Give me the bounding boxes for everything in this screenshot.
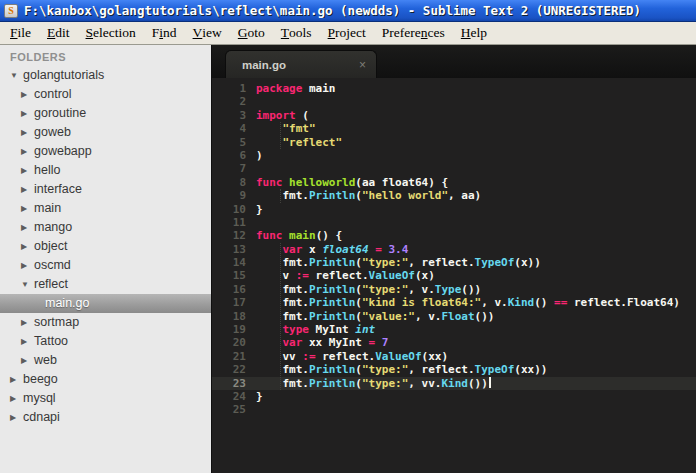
tree-item-oscmd[interactable]: ▶oscmd	[0, 256, 211, 275]
tree-item-main[interactable]: ▶main	[0, 199, 211, 218]
line-number: 2	[212, 95, 248, 108]
tree-item-golangtutorials[interactable]: ▼golangtutorials	[0, 66, 211, 85]
menu-item-edit[interactable]: Edit	[39, 22, 78, 44]
code-line[interactable]: 23 fmt.Println("type:", vv.Kind())	[212, 377, 696, 390]
menu-item-goto[interactable]: Goto	[230, 22, 273, 44]
triangle-right-icon[interactable]: ▶	[21, 142, 34, 161]
triangle-right-icon[interactable]: ▶	[21, 199, 34, 218]
code-line-text	[256, 162, 696, 175]
code-line[interactable]: 16 fmt.Println("type:", v.Type())	[212, 283, 696, 296]
triangle-right-icon[interactable]: ▶	[21, 256, 34, 275]
tree-item-mango[interactable]: ▶mango	[0, 218, 211, 237]
triangle-right-icon[interactable]: ▶	[21, 351, 34, 370]
code-line[interactable]: 24}	[212, 390, 696, 403]
menu-item-find[interactable]: Find	[144, 22, 185, 44]
tree-item-label: mango	[34, 218, 72, 237]
tree-item-main-go[interactable]: main.go	[0, 294, 211, 313]
code-line[interactable]: 11	[212, 216, 696, 229]
tree-item-tattoo[interactable]: ▶Tattoo	[0, 332, 211, 351]
menu-item-tools[interactable]: Tools	[273, 22, 320, 44]
code-line[interactable]: 2	[212, 95, 696, 108]
code-line[interactable]: 20 var xx MyInt = 7	[212, 336, 696, 349]
code-line[interactable]: 6)	[212, 149, 696, 162]
code-line[interactable]: 22 fmt.Println("type:", reflect.TypeOf(x…	[212, 363, 696, 376]
sidebar-header: FOLDERS	[0, 45, 211, 66]
code-line-text: }	[256, 390, 696, 403]
tree-item-goroutine[interactable]: ▶goroutine	[0, 104, 211, 123]
menu-item-project[interactable]: Project	[320, 22, 374, 44]
triangle-right-icon[interactable]: ▶	[21, 180, 34, 199]
code-line[interactable]: 7	[212, 162, 696, 175]
code-area[interactable]: 1package main23import (4 "fmt"5 "reflect…	[212, 78, 696, 473]
code-line[interactable]: 5 "reflect"	[212, 136, 696, 149]
code-line-text: var x float64 = 3.4	[256, 243, 696, 256]
triangle-right-icon[interactable]: ▶	[21, 104, 34, 123]
triangle-right-icon[interactable]: ▶	[21, 85, 34, 104]
triangle-right-icon[interactable]: ▶	[21, 161, 34, 180]
triangle-right-icon[interactable]: ▶	[10, 370, 23, 389]
triangle-right-icon[interactable]: ▶	[21, 313, 34, 332]
code-line-text	[256, 216, 696, 229]
code-line-text: }	[256, 203, 696, 216]
sublime-window: S F:\kanbox\golangtutorials\reflect\main…	[0, 0, 696, 473]
triangle-right-icon[interactable]: ▶	[21, 123, 34, 142]
line-number: 13	[212, 243, 248, 256]
code-line[interactable]: 8func helloworld(aa float64) {	[212, 176, 696, 189]
code-line-text: vv := reflect.ValueOf(xx)	[256, 350, 696, 363]
tree-item-reflect[interactable]: ▼reflect	[0, 275, 211, 294]
code-line[interactable]: 14 fmt.Println("type:", reflect.TypeOf(x…	[212, 256, 696, 269]
tree-item-sortmap[interactable]: ▶sortmap	[0, 313, 211, 332]
tab-main-go[interactable]: main.go ×	[225, 50, 377, 78]
menu-item-selection[interactable]: Selection	[78, 22, 144, 44]
triangle-down-icon[interactable]: ▼	[10, 66, 23, 85]
line-number: 5	[212, 136, 248, 149]
tree-item-control[interactable]: ▶control	[0, 85, 211, 104]
code-line[interactable]: 21 vv := reflect.ValueOf(xx)	[212, 350, 696, 363]
menu-item-help[interactable]: Help	[453, 22, 495, 44]
tree-item-mysql[interactable]: ▶mysql	[0, 389, 211, 408]
line-number: 6	[212, 149, 248, 162]
tree-item-cdnapi[interactable]: ▶cdnapi	[0, 408, 211, 427]
text-caret	[489, 377, 491, 388]
code-line-text: "fmt"	[256, 122, 696, 135]
menu-item-file[interactable]: File	[2, 22, 39, 44]
code-line-text: func main() {	[256, 229, 696, 242]
tree-item-label: control	[34, 85, 72, 104]
menu-item-preferences[interactable]: Preferences	[374, 22, 453, 44]
triangle-down-icon[interactable]: ▼	[21, 275, 34, 294]
tree-item-interface[interactable]: ▶interface	[0, 180, 211, 199]
code-line[interactable]: 18 fmt.Println("value:", v.Float())	[212, 310, 696, 323]
code-line[interactable]: 13 var x float64 = 3.4	[212, 243, 696, 256]
triangle-right-icon[interactable]: ▶	[21, 218, 34, 237]
tree-item-hello[interactable]: ▶hello	[0, 161, 211, 180]
tree-item-gowebapp[interactable]: ▶gowebapp	[0, 142, 211, 161]
tree-item-web[interactable]: ▶web	[0, 351, 211, 370]
triangle-right-icon[interactable]: ▶	[21, 332, 34, 351]
editor: main.go × 1package main23import (4 "fmt"…	[212, 45, 696, 473]
menu-item-view[interactable]: View	[185, 22, 230, 44]
code-line-text: import (	[256, 109, 696, 122]
line-number: 15	[212, 269, 248, 282]
tree-item-label: main	[34, 199, 61, 218]
code-line[interactable]: 15 v := reflect.ValueOf(x)	[212, 269, 696, 282]
code-line-text: package main	[256, 82, 696, 95]
code-line[interactable]: 4 "fmt"	[212, 122, 696, 135]
triangle-right-icon[interactable]: ▶	[10, 389, 23, 408]
code-line[interactable]: 9 fmt.Println("hello world", aa)	[212, 189, 696, 202]
code-line[interactable]: 19 type MyInt int	[212, 323, 696, 336]
triangle-right-icon[interactable]: ▶	[10, 408, 23, 427]
code-line[interactable]: 3import (	[212, 109, 696, 122]
line-number: 4	[212, 122, 248, 135]
tree-item-beego[interactable]: ▶beego	[0, 370, 211, 389]
code-line[interactable]: 25	[212, 403, 696, 416]
tree-item-label: mysql	[23, 389, 56, 408]
tree-item-goweb[interactable]: ▶goweb	[0, 123, 211, 142]
code-line[interactable]: 12func main() {	[212, 229, 696, 242]
code-line[interactable]: 1package main	[212, 82, 696, 95]
tree-item-object[interactable]: ▶object	[0, 237, 211, 256]
code-line[interactable]: 17 fmt.Println("kind is float64:", v.Kin…	[212, 296, 696, 309]
code-line-text: fmt.Println("hello world", aa)	[256, 189, 696, 202]
triangle-right-icon[interactable]: ▶	[21, 237, 34, 256]
tab-close-icon[interactable]: ×	[359, 58, 366, 72]
code-line[interactable]: 10}	[212, 203, 696, 216]
